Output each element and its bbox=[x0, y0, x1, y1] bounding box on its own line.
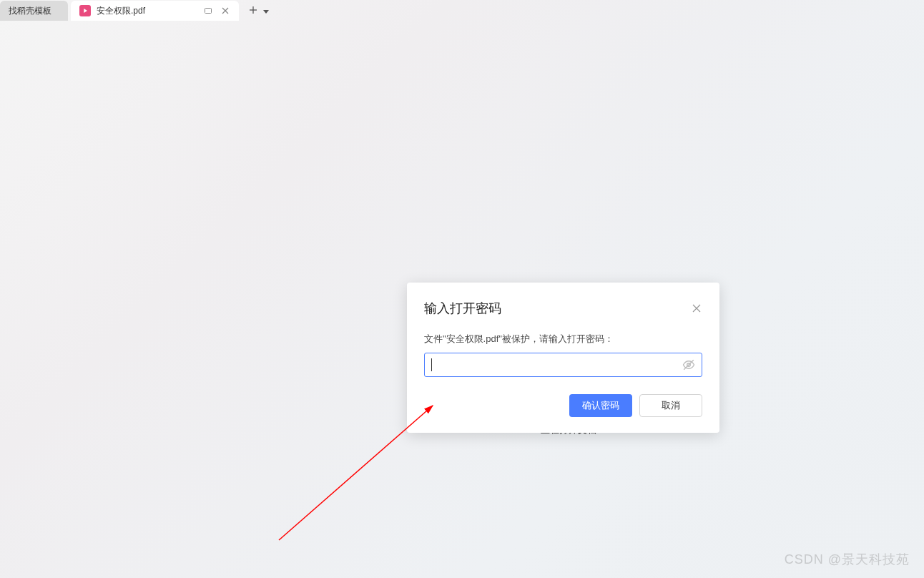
confirm-button[interactable]: 确认密码 bbox=[569, 394, 632, 417]
dialog-message: 文件"安全权限.pdf"被保护，请输入打开密码： bbox=[424, 333, 702, 346]
window-icon[interactable] bbox=[203, 6, 213, 16]
tab-document-label: 安全权限.pdf bbox=[97, 5, 197, 17]
eye-hidden-icon[interactable] bbox=[682, 358, 695, 371]
password-input[interactable] bbox=[424, 353, 702, 377]
password-field-wrapper bbox=[424, 353, 702, 377]
svg-rect-0 bbox=[205, 9, 212, 14]
tab-dropdown-button[interactable] bbox=[263, 5, 269, 16]
pdf-icon bbox=[79, 5, 91, 16]
cancel-button[interactable]: 取消 bbox=[639, 394, 702, 417]
password-dialog: 输入打开密码 文件"安全权限.pdf"被保护，请输入打开密码： 确认密码 取消 bbox=[407, 283, 719, 433]
tab-templates-label: 找稻壳模板 bbox=[9, 5, 59, 17]
tab-document[interactable]: 安全权限.pdf bbox=[71, 1, 239, 21]
close-tab-icon[interactable] bbox=[220, 6, 230, 16]
tab-bar: 找稻壳模板 安全权限.pdf bbox=[0, 0, 924, 21]
dialog-title: 输入打开密码 bbox=[424, 300, 501, 317]
tab-templates[interactable]: 找稻壳模板 bbox=[0, 1, 68, 21]
new-tab-button[interactable] bbox=[249, 5, 257, 16]
watermark: CSDN @景天科技苑 bbox=[785, 551, 910, 568]
text-cursor bbox=[431, 358, 432, 371]
close-icon[interactable] bbox=[691, 303, 702, 314]
